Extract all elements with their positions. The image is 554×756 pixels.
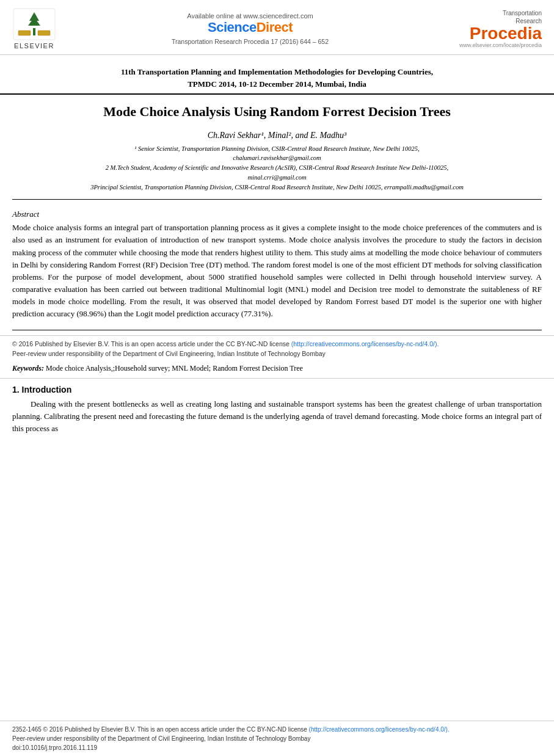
available-text: Available online at www.sciencedirect.co…	[62, 12, 438, 20]
license-link[interactable]: (http://creativecommons.org/licenses/by-…	[291, 340, 439, 347]
svg-rect-5	[38, 31, 50, 35]
science-text: Science	[208, 20, 257, 35]
authors-line: Ch.Ravi Sekhar¹, Minal², and E. Madhu³	[37, 131, 517, 140]
divider-2	[12, 330, 542, 330]
header-center: Available online at www.sciencedirect.co…	[56, 12, 444, 45]
procedia-logo: TransportationResearch Procedia www.else…	[444, 9, 542, 48]
affiliations: ¹ Senior Scientist, Transportation Plann…	[37, 144, 517, 192]
affil1: ¹ Senior Scientist, Transportation Plann…	[37, 144, 517, 154]
introduction-heading: 1. Introduction	[12, 385, 542, 394]
conference-title: 11th Transportation Planning and Impleme…	[37, 66, 517, 90]
footer-issn: 2352-1465 © 2016 Published by Elsevier B…	[12, 726, 307, 733]
conference-line1: 11th Transportation Planning and Impleme…	[121, 67, 433, 76]
affil1-email: chalumari.ravisekhar@gmail.com	[37, 153, 517, 163]
abstract-heading: Abstract	[12, 209, 542, 219]
affil2: 2 M.Tech Student, Academy of Scientific …	[37, 163, 517, 173]
peer-review-text: Peer-review under responsibility of the …	[12, 350, 326, 357]
abstract-text: Mode choice analysis forms an integral p…	[12, 222, 542, 320]
svg-rect-1	[33, 28, 35, 35]
keywords-label: Keywords:	[12, 364, 44, 373]
page-footer: 2352-1465 © 2016 Published by Elsevier B…	[0, 721, 554, 756]
direct-text: Direct	[257, 20, 293, 35]
svg-rect-4	[18, 31, 31, 35]
footer-link[interactable]: (http://creativecommons.org/licenses/by-…	[309, 726, 450, 733]
introduction-section: 1. Introduction Dealing with the present…	[0, 379, 554, 440]
procedia-url: www.elsevier.com/locate/procedia	[444, 42, 542, 48]
keywords-section: Keywords: Mode choice Analysis,;Househol…	[0, 362, 554, 379]
elsevier-label: ELSEVIER	[14, 42, 54, 49]
conference-section: 11th Transportation Planning and Impleme…	[0, 55, 554, 95]
journal-info: Transportation Research Procedia 17 (201…	[62, 38, 438, 45]
keywords-text: Mode choice Analysis,;Household survey; …	[46, 364, 303, 373]
license-line1: © 2016 Published by Elsevier B.V. This i…	[12, 340, 290, 347]
sciencedirect-brand: ScienceDirect	[62, 20, 438, 35]
procedia-top-text: TransportationResearch	[444, 9, 542, 25]
introduction-text: Dealing with the present bottlenecks as …	[12, 398, 542, 435]
paper-title-section: Mode Choice Analysis Using Random Forres…	[0, 95, 554, 126]
affil2-email: minal.crri@gmail.com	[37, 173, 517, 183]
license-section: © 2016 Published by Elsevier B.V. This i…	[0, 335, 554, 362]
footer-doi: doi:10.1016/j.trpro.2016.11.119	[12, 744, 97, 751]
footer-peer-review: Peer-review under responsibility of the …	[12, 735, 310, 742]
page-header: ELSEVIER Available online at www.science…	[0, 0, 554, 55]
conference-line2: TPMDC 2014, 10-12 December 2014, Mumbai,…	[188, 79, 366, 89]
affil3: 3Principal Scientist, Transportation Pla…	[37, 183, 517, 192]
elsevier-logo: ELSEVIER	[12, 7, 56, 49]
abstract-section: Abstract Mode choice analysis forms an i…	[0, 205, 554, 325]
paper-title: Mode Choice Analysis Using Random Forres…	[24, 103, 530, 121]
procedia-brand: Procedia	[444, 25, 542, 42]
authors-section: Ch.Ravi Sekhar¹, Minal², and E. Madhu³ ¹…	[0, 126, 554, 195]
divider-1	[12, 199, 542, 200]
